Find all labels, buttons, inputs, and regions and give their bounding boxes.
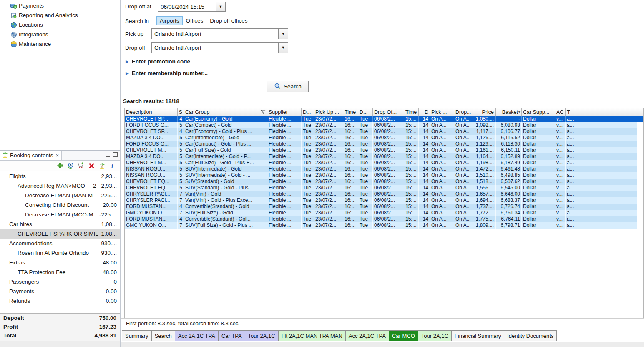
svg-text:$: $ bbox=[14, 5, 16, 9]
result-row[interactable]: NISSAN ROGU...5SUV(Intermediate) - GoldF… bbox=[125, 166, 637, 172]
palm-tree-icon bbox=[2, 151, 8, 159]
tab-search[interactable]: Search bbox=[151, 330, 175, 341]
column-header-time[interactable]: Time bbox=[404, 108, 419, 116]
booking-tree-item-refunds[interactable]: Refunds0.00 bbox=[0, 296, 120, 306]
tab-identity-documents[interactable]: Identity Documents bbox=[504, 330, 557, 341]
column-header-d[interactable]: D bbox=[419, 108, 430, 116]
result-row[interactable]: CHEVROLET SP...4Car(Economy) - Gold - Pl… bbox=[125, 128, 637, 135]
pick-up-combo[interactable]: Orlando Intl Airport ▼ bbox=[151, 28, 288, 39]
chevron-down-icon[interactable]: ▼ bbox=[278, 29, 288, 39]
booking-tree-item-chevrolet-spark-or-simil[interactable]: CHEVROLET SPARK OR SIMIL1,08... bbox=[0, 229, 120, 239]
booking-contents-tab[interactable]: Booking contents × bbox=[0, 151, 62, 160]
result-row[interactable]: MAZDA 3 4 DO...5Car(Intermediate) - Gold… bbox=[125, 153, 637, 160]
search-results-count: Search results: 18/18 bbox=[123, 98, 179, 104]
result-row[interactable]: NISSAN ROGU...5SUV(Intermediate) - Gold … bbox=[125, 172, 637, 179]
booking-panel-toolbar: i bbox=[0, 161, 120, 171]
column-header-d[interactable]: D... bbox=[358, 108, 373, 116]
booking-tree-item-passengers[interactable]: Passengers0 bbox=[0, 277, 120, 287]
tab-car-tpa[interactable]: Car TPA bbox=[218, 330, 245, 341]
result-row[interactable]: FORD MUSTAN...4Convertible(Standard) - G… bbox=[125, 204, 637, 210]
result-row[interactable]: FORD FOCUS O...5Car(Compact) - Gold - Pl… bbox=[125, 141, 637, 147]
result-row[interactable]: CHEVROLET EQ...5SUV(Standard) - GoldFlex… bbox=[125, 179, 637, 185]
booking-tree-item-car-hires[interactable]: Car hires1,08... bbox=[0, 219, 120, 229]
result-row[interactable]: MAZDA 3 4 DO...5Car(Intermediate) - Gold… bbox=[125, 135, 637, 141]
nav-item-payments[interactable]: $Payments bbox=[0, 1, 120, 10]
result-row[interactable]: FORD MUSTAN...4Convertible(Standard) - G… bbox=[125, 216, 637, 222]
column-header-drop[interactable]: Drop... bbox=[454, 108, 473, 116]
booking-tree-item-accommodations[interactable]: Accommodations930.... bbox=[0, 239, 120, 248]
nav-item-maintenance[interactable]: Maintenance bbox=[0, 39, 120, 49]
chevron-down-icon[interactable]: ▼ bbox=[278, 43, 288, 53]
column-header-time[interactable]: Time bbox=[343, 108, 358, 116]
column-header-t[interactable]: T bbox=[566, 108, 577, 116]
result-row[interactable]: CHEVROLET SP...4Car(Economy) - GoldFlexi… bbox=[125, 116, 644, 122]
maintenance-icon bbox=[10, 41, 17, 48]
locations-icon bbox=[10, 22, 17, 28]
booking-tree-item-decrease-ei-man-man-m[interactable]: Decrease EI MAN (MAN-M-225.... bbox=[0, 191, 120, 200]
booking-tree-item-payments[interactable]: Payments0.00 bbox=[0, 287, 120, 296]
chevron-down-icon[interactable]: ▼ bbox=[216, 2, 225, 11]
membership-number-toggle[interactable]: ▶ Enter membership number... bbox=[126, 70, 208, 76]
maximize-button[interactable] bbox=[113, 152, 118, 157]
booking-tree-item-tta-protection-fee[interactable]: TTA Protection Fee48.00 bbox=[0, 267, 120, 277]
column-header-supplier[interactable]: Supplier bbox=[267, 108, 302, 116]
tab-financial-summary[interactable]: Financial Summary bbox=[451, 330, 504, 341]
svg-text:i: i bbox=[111, 163, 113, 169]
column-header-description[interactable]: Description bbox=[125, 108, 178, 116]
tab-car-mco[interactable]: Car MCO bbox=[389, 330, 418, 341]
search-in-option-drop-off-offices[interactable]: Drop off offices bbox=[206, 16, 251, 25]
results-table-header: DescriptionSCar GroupSupplierD...Pick Up… bbox=[125, 108, 643, 116]
tab-tour-2a-1c[interactable]: Tour 2A,1C bbox=[245, 330, 279, 341]
result-row[interactable]: GMC YUKON O...7SUV(Full Size) - Gold - P… bbox=[125, 222, 637, 229]
column-header-ac[interactable]: AC bbox=[555, 108, 566, 116]
booking-totals: Deposit750.00Profit167.23Total4,988.81 bbox=[0, 313, 120, 342]
search-in-option-airports[interactable]: Airports bbox=[156, 16, 183, 25]
drop-off-at-combo[interactable]: 06/08/2024 15:15 ▼ bbox=[158, 2, 226, 12]
refresh-availability-icon[interactable] bbox=[67, 162, 74, 169]
tab-summary[interactable]: Summary bbox=[122, 330, 152, 341]
promotion-code-toggle[interactable]: ▶ Enter promotion code... bbox=[126, 58, 195, 65]
result-row[interactable]: CHRYSLER PACI...7Van(Mini) - Gold - Plus… bbox=[125, 197, 637, 204]
tab-acc-2a-1c-tpa[interactable]: Acc 2A,1C TPA bbox=[175, 330, 219, 341]
close-icon[interactable]: × bbox=[56, 152, 59, 158]
minimize-button[interactable] bbox=[106, 152, 110, 157]
result-row[interactable]: CHEVROLET EQ...5SUV(Standard) - Gold - P… bbox=[125, 185, 637, 191]
booking-tree-item-correcting-child-discount[interactable]: Correcting Child Discount20.00 bbox=[0, 200, 120, 210]
result-row[interactable]: FORD FOCUS O...5Car(Compact) - GoldFlexi… bbox=[125, 122, 637, 128]
add-item-icon[interactable] bbox=[56, 162, 64, 169]
result-row[interactable]: CHEVROLET M...5Car(Full Size) - GoldFlex… bbox=[125, 147, 637, 153]
booking-tree-item-flights[interactable]: Flights2,93... bbox=[0, 171, 120, 181]
result-row[interactable]: CHRYSLER PACI...7Van(Mini) - GoldFlexibl… bbox=[125, 191, 637, 197]
column-header-basket[interactable]: Basket▾ bbox=[496, 108, 522, 116]
result-row[interactable]: CHEVROLET M...5Car(Full Size) - Gold - P… bbox=[125, 160, 637, 166]
search-button[interactable]: Search bbox=[267, 81, 309, 92]
drop-off-combo[interactable]: Orlando Intl Airport ▼ bbox=[151, 42, 288, 53]
holiday-palm-icon[interactable] bbox=[98, 162, 106, 169]
tab-flt-2a-1c-man-tpa-man[interactable]: Flt 2A,1C MAN TPA MAN bbox=[278, 330, 346, 341]
booking-tree-item-rosen-inn-at-pointe-orlando[interactable]: Rosen Inn At Pointe Orlando930.... bbox=[0, 248, 120, 258]
column-header-filler bbox=[577, 108, 643, 116]
column-header-d[interactable]: D... bbox=[302, 108, 314, 116]
booking-tree-item-decrease-ei-man-mco-m[interactable]: Decrease EI MAN (MCO-M-225.... bbox=[0, 210, 120, 219]
panel-window-controls bbox=[106, 152, 118, 157]
delete-icon[interactable] bbox=[88, 162, 95, 169]
info-icon[interactable]: i bbox=[108, 162, 116, 169]
integrations-icon bbox=[10, 31, 17, 38]
column-header-pick[interactable]: Pick ... bbox=[430, 108, 454, 116]
column-header-drop-of[interactable]: Drop Of... bbox=[373, 108, 404, 116]
tab-acc-2a-1c-tpa[interactable]: Acc 2A,1C TPA bbox=[345, 330, 389, 341]
column-header-price[interactable]: Price bbox=[473, 108, 496, 116]
column-header-pick-up[interactable]: Pick Up ... bbox=[314, 108, 343, 116]
nav-item-integrations[interactable]: Integrations bbox=[0, 30, 120, 39]
column-header-car-group[interactable]: Car Group bbox=[184, 108, 267, 116]
booking-tree-item-extras[interactable]: Extras48.00 bbox=[0, 258, 120, 267]
tab-tour-2a-1c[interactable]: Tour 2A,1C bbox=[418, 330, 452, 341]
move-to-basket-icon[interactable] bbox=[77, 162, 85, 169]
column-header-s[interactable]: S bbox=[178, 108, 184, 116]
search-in-option-offices[interactable]: Offices bbox=[183, 16, 207, 25]
nav-item-reporting-and-analytics[interactable]: Reporting and Analytics bbox=[0, 10, 120, 20]
result-row[interactable]: GMC YUKON O...7SUV(Full Size) - GoldFlex… bbox=[125, 210, 637, 216]
column-header-car-supp[interactable]: Car Supp... bbox=[522, 108, 555, 116]
nav-item-locations[interactable]: Locations bbox=[0, 20, 120, 30]
booking-tree-item-advanced-reg-man-mco[interactable]: Advanced Reg MAN>MCO22,93... bbox=[0, 181, 120, 191]
